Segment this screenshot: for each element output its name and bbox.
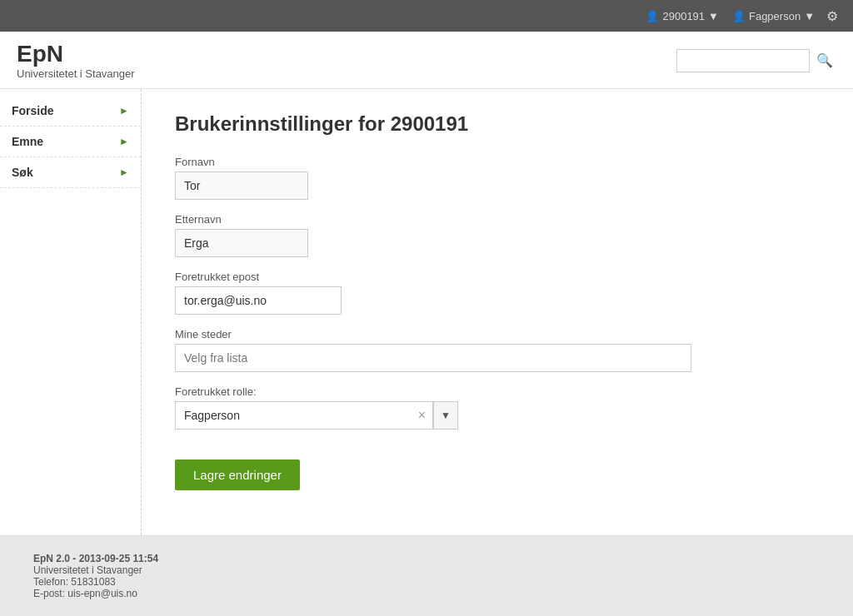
sidebar-item-label-forside: Forside [12,104,54,117]
role-clear-button[interactable]: × [412,402,433,429]
places-input[interactable] [175,344,691,372]
chevron-right-icon-emne: ► [119,136,129,147]
chevron-right-icon-forside: ► [119,105,129,117]
lastname-group: Etternavn [175,213,820,257]
user-menu[interactable]: 👤 2900191 ▼ [646,10,719,22]
email-group: Foretrukket epost [175,271,820,315]
search-button[interactable]: 🔍 [813,51,836,70]
footer-university: Universitetet i Stavanger [33,564,820,576]
footer: EpN 2.0 - 2013-09-25 11:54 Universitetet… [0,535,853,616]
lastname-input[interactable] [175,229,308,257]
app-name: EpN [17,42,135,67]
topbar: 👤 2900191 ▼ 👤 Fagperson ▼ ⚙ [0,0,853,32]
footer-app-version: EpN 2.0 - 2013-09-25 11:54 [33,553,820,564]
sidebar-item-label-sok: Søk [12,166,33,179]
role-dropdown-arrow: ▼ [804,10,815,22]
chevron-right-icon-sok: ► [119,166,129,178]
sidebar-item-emne[interactable]: Emne ► [0,127,141,157]
page-title: Brukerinnstillinger for 2900191 [175,112,820,136]
header: EpN Universitetet i Stavanger 🔍 [0,32,853,89]
settings-button[interactable]: ⚙ [821,7,843,26]
save-button[interactable]: Lagre endringer [175,460,300,490]
footer-appname: EpN 2.0 - 2013-09-25 11:54 [33,553,158,564]
user-dropdown-arrow: ▼ [708,10,719,22]
lastname-label: Etternavn [175,213,820,226]
role-selected-value: Fagperson [176,404,412,427]
university-name: Universitetet i Stavanger [17,67,135,80]
role-group: Foretrukket rolle: Fagperson × ▼ [175,385,820,430]
email-label: Foretrukket epost [175,271,820,283]
user-id-label: 2900191 [662,10,705,22]
firstname-input[interactable] [175,171,308,200]
main-layout: Forside ► Emne ► Søk ► Brukerinnstilling… [0,89,853,535]
role-dropdown-button[interactable]: ▼ [433,402,457,429]
footer-email: E-post: uis-epn@uis.no [33,588,820,599]
sidebar-item-label-emne: Emne [12,135,43,148]
sidebar-item-sok[interactable]: Søk ► [0,157,141,188]
role-label: Fagperson [749,10,801,22]
footer-phone: Telefon: 51831083 [33,576,820,588]
role-menu[interactable]: 👤 Fagperson ▼ [732,10,815,22]
role-label: Foretrukket rolle: [175,385,820,398]
sidebar: Forside ► Emne ► Søk ► [0,89,142,535]
role-selector[interactable]: Fagperson × ▼ [175,401,458,430]
places-group: Mine steder [175,328,820,372]
main-content: Brukerinnstillinger for 2900191 Fornavn … [142,89,853,535]
firstname-group: Fornavn [175,156,820,200]
user-icon: 👤 [646,10,659,22]
search-input[interactable] [676,49,810,72]
sidebar-item-forside[interactable]: Forside ► [0,96,141,127]
role-icon: 👤 [732,10,746,22]
search-area: 🔍 [676,49,836,72]
email-input[interactable] [175,286,342,315]
logo-area: EpN Universitetet i Stavanger [17,42,135,80]
places-label: Mine steder [175,328,820,340]
firstname-label: Fornavn [175,156,820,168]
